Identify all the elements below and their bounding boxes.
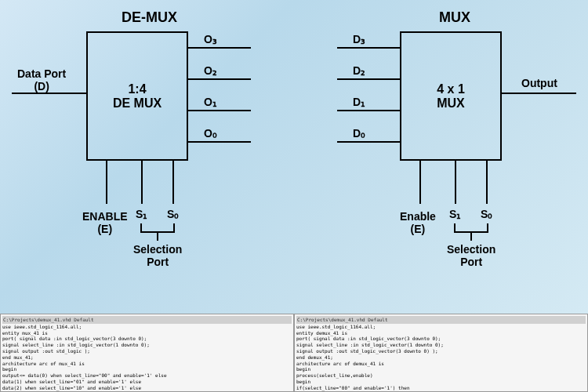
mux-s0-wire <box>486 161 488 204</box>
mux-block-line2: MUX <box>437 96 465 111</box>
mux-d3-label: D₃ <box>353 33 365 45</box>
demux-block-line2: DE MUX <box>113 96 162 111</box>
demux-o3-wire <box>188 47 251 49</box>
demux-s1-label: S₁ <box>136 208 147 220</box>
demux-select-bracket <box>140 223 175 233</box>
mux-d0-label: D₀ <box>353 127 365 140</box>
mux-enable-label: Enable (E) <box>400 210 436 235</box>
code-right-body: use ieee.std_logic_1164.all;entity demux… <box>296 324 586 392</box>
demux-o3-label: O₃ <box>204 33 217 45</box>
demux-o1-label: O₁ <box>204 96 217 108</box>
demux-title: DE-MUX <box>122 9 177 26</box>
mux-s1-wire <box>455 161 456 204</box>
mux-d3-wire <box>337 47 400 49</box>
demux-o0-wire <box>188 141 251 143</box>
demux-bracket-stem <box>157 233 158 241</box>
demux-enable-label: ENABLE (E) <box>82 210 128 235</box>
mux-select-bracket <box>454 223 488 233</box>
mux-enable-wire <box>419 161 421 204</box>
mux-bracket-stem <box>470 233 472 241</box>
demux-block-line1: 1:4 <box>128 82 146 96</box>
demux-selection-label: Selection Port <box>133 243 182 268</box>
demux-o1-wire <box>188 110 251 111</box>
demux-input-wire <box>12 93 86 94</box>
mux-d1-wire <box>337 110 400 111</box>
demux-s1-wire <box>141 161 143 204</box>
code-panel-left: C:\Projects\demux_41.vhd Default use iee… <box>0 314 294 392</box>
demux-input-label: Data Port (D) <box>17 67 66 93</box>
diagram-area: DE-MUX 1:4 DE MUX Data Port (D) O₃ O₂ O₁… <box>0 0 588 298</box>
mux-d1-label: D₁ <box>353 96 365 108</box>
demux-o0-label: O₀ <box>204 127 217 140</box>
mux-output-label: Output <box>521 77 557 89</box>
mux-s0-label: S₀ <box>481 208 492 220</box>
mux-d2-label: D₂ <box>353 64 365 77</box>
code-left-title: C:\Projects\demux_41.vhd Default <box>2 316 292 324</box>
mux-output-wire <box>502 93 576 94</box>
code-right-title: C:\Projects\demux_41.vhd Default <box>296 316 586 324</box>
demux-s0-label: S₀ <box>167 208 179 220</box>
mux-s1-label: S₁ <box>449 208 461 220</box>
mux-block: 4 x 1 MUX <box>400 31 502 161</box>
mux-title: MUX <box>439 9 470 26</box>
mux-d2-wire <box>337 78 400 80</box>
demux-block: 1:4 DE MUX <box>86 31 188 161</box>
demux-enable-wire <box>106 161 107 204</box>
demux-s0-wire <box>172 161 174 204</box>
mux-block-line1: 4 x 1 <box>437 82 465 96</box>
code-left-body: use ieee.std_logic_1164.all;entity mux_4… <box>2 324 292 392</box>
mux-selection-label: Selection Port <box>447 243 495 268</box>
demux-o2-label: O₂ <box>204 64 217 77</box>
code-panel-right: C:\Projects\demux_41.vhd Default use iee… <box>294 314 588 392</box>
mux-d0-wire <box>337 141 400 143</box>
demux-o2-wire <box>188 78 251 80</box>
